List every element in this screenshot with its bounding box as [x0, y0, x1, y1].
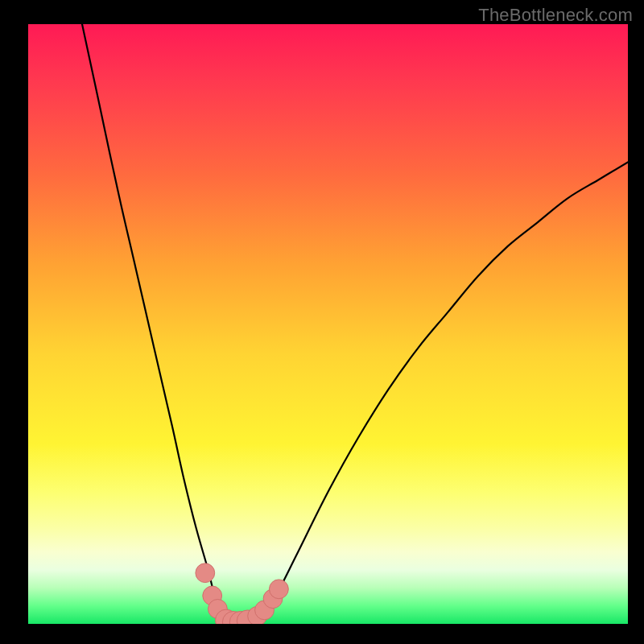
highlight-markers [196, 564, 288, 624]
plot-area [28, 24, 628, 624]
watermark-text: TheBottleneck.com [478, 5, 633, 26]
bottleneck-curve-svg [28, 24, 628, 624]
highlight-marker [196, 564, 215, 583]
bottleneck-curve [82, 24, 628, 623]
highlight-marker [270, 580, 289, 599]
chart-frame: TheBottleneck.com [0, 0, 644, 644]
